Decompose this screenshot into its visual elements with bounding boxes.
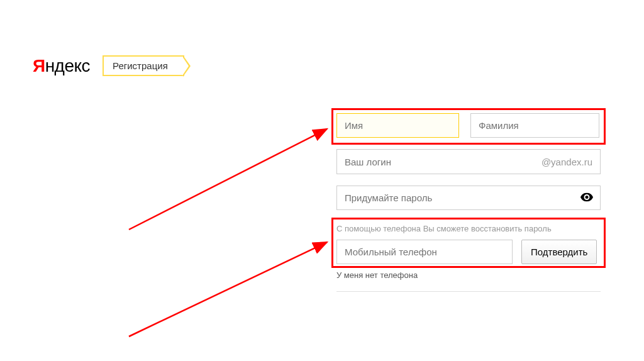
registration-form: @yandex.ru С помощью телефона Вы сможете…	[336, 113, 601, 292]
login-suffix: @yandex.ru	[541, 157, 600, 167]
confirm-button[interactable]: Подтвердить	[521, 240, 597, 264]
registration-badge: Регистрация	[103, 55, 184, 76]
phone-hint-text: С помощью телефона Вы сможете восстанови…	[336, 224, 601, 233]
password-row	[336, 186, 601, 210]
phone-row: Подтвердить	[336, 240, 601, 264]
login-input[interactable]	[337, 150, 541, 174]
no-phone-link[interactable]: У меня нет телефона	[336, 270, 601, 280]
first-name-input[interactable]	[336, 113, 459, 138]
name-row	[336, 113, 601, 138]
form-divider	[336, 291, 601, 292]
logo-text: ндекс	[45, 56, 90, 75]
logo-letter: Я	[33, 56, 45, 75]
yandex-logo: Яндекс	[33, 56, 90, 76]
last-name-input[interactable]	[470, 113, 599, 138]
login-row: @yandex.ru	[336, 149, 601, 174]
arrow-annotation-2	[123, 236, 336, 343]
page-header: Яндекс Регистрация	[33, 55, 184, 76]
svg-line-1	[129, 129, 327, 230]
svg-line-3	[129, 242, 327, 336]
password-input[interactable]	[336, 186, 601, 210]
eye-icon[interactable]	[580, 191, 593, 204]
arrow-annotation-1	[123, 123, 336, 236]
phone-input[interactable]	[336, 240, 513, 264]
svg-point-4	[586, 196, 589, 199]
